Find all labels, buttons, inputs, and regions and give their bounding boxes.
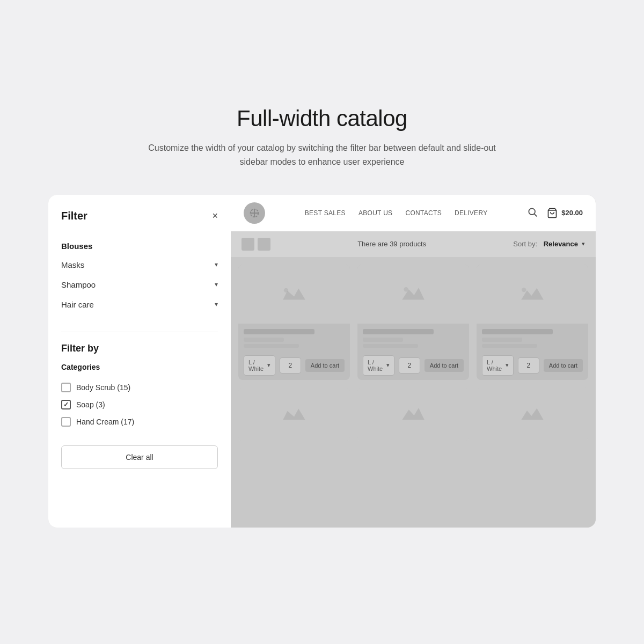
category-hand-cream[interactable]: Hand Cream (17) bbox=[61, 413, 218, 430]
product-thumbnail-icon bbox=[281, 404, 308, 425]
outer-wrapper: Full-width catalog Customize the width o… bbox=[27, 74, 617, 570]
nav-item-masks[interactable]: Masks ▾ bbox=[61, 255, 218, 275]
clear-all-button[interactable]: Clear all bbox=[61, 445, 218, 469]
product-actions: L / White ▾ 2 Add to cart bbox=[477, 351, 588, 380]
product-thumbnail-icon bbox=[519, 404, 546, 425]
add-to-cart-button[interactable]: Add to cart bbox=[544, 359, 583, 372]
list-view-icon[interactable] bbox=[258, 238, 270, 251]
sort-label: Sort by: bbox=[513, 240, 537, 248]
quantity-input[interactable]: 2 bbox=[399, 357, 420, 374]
chevron-down-icon: ▾ bbox=[215, 281, 218, 288]
product-card: L / White ▾ 2 Add to cart bbox=[477, 265, 588, 380]
catalog-area: BEST SALES ABOUT US CONTACTS DELIVERY bbox=[231, 195, 596, 528]
size-select[interactable]: L / White ▾ bbox=[244, 355, 275, 376]
product-image bbox=[238, 265, 350, 324]
sort-chevron-icon: ▾ bbox=[582, 240, 585, 247]
nav-item-shampoo[interactable]: Shampoo ▾ bbox=[61, 275, 218, 295]
chevron-down-icon: ▾ bbox=[215, 261, 218, 268]
filter-nav-section: Blouses Masks ▾ Shampoo ▾ Hair care ▾ bbox=[61, 237, 218, 314]
sort-value: Relevance bbox=[544, 240, 578, 248]
product-image bbox=[357, 265, 469, 324]
page-subtitle: Customize the width of your catalog by s… bbox=[140, 141, 504, 169]
checkbox-hand-cream[interactable] bbox=[61, 417, 71, 427]
product-name-bar bbox=[482, 329, 553, 334]
filter-header: Filter × bbox=[61, 210, 218, 222]
cart-amount: $20.00 bbox=[561, 209, 583, 217]
nav-contacts[interactable]: CONTACTS bbox=[405, 209, 442, 217]
nav-best-sales[interactable]: BEST SALES bbox=[305, 209, 346, 217]
svg-point-8 bbox=[522, 288, 526, 292]
product-info bbox=[357, 324, 469, 351]
size-value: L / White bbox=[368, 359, 386, 372]
filter-title: Filter bbox=[61, 210, 87, 222]
product-name-bar bbox=[363, 329, 434, 334]
products-grid: L / White ▾ 2 Add to cart bbox=[231, 257, 596, 387]
nav-item-haircare[interactable]: Hair care ▾ bbox=[61, 295, 218, 314]
nav-delivery[interactable]: DELIVERY bbox=[455, 209, 488, 217]
sort-control[interactable]: Sort by: Relevance ▾ bbox=[513, 240, 585, 248]
svg-point-3 bbox=[529, 208, 536, 215]
select-chevron-icon: ▾ bbox=[267, 362, 270, 369]
cart-button[interactable]: $20.00 bbox=[546, 208, 583, 218]
add-to-cart-button[interactable]: Add to cart bbox=[305, 359, 345, 372]
nav-about-us[interactable]: ABOUT US bbox=[358, 209, 393, 217]
product-sub-bar bbox=[482, 344, 537, 348]
product-info bbox=[238, 324, 350, 351]
grid-view-icon[interactable] bbox=[241, 238, 254, 251]
filter-close-button[interactable]: × bbox=[212, 211, 218, 221]
product-image-partial bbox=[238, 387, 350, 441]
size-select[interactable]: L / White ▾ bbox=[363, 355, 394, 376]
filter-by-title: Filter by bbox=[61, 343, 218, 354]
product-card: L / White ▾ 2 Add to cart bbox=[357, 265, 469, 380]
divider bbox=[61, 332, 218, 332]
quantity-input[interactable]: 2 bbox=[518, 357, 539, 374]
quantity-input[interactable]: 2 bbox=[280, 357, 301, 374]
catalog-toolbar: There are 39 products Sort by: Relevance… bbox=[231, 231, 596, 257]
nav-links: BEST SALES ABOUT US CONTACTS DELIVERY bbox=[305, 209, 488, 217]
product-sub-bar bbox=[244, 344, 299, 348]
svg-point-7 bbox=[404, 287, 408, 291]
logo-icon bbox=[248, 207, 260, 219]
size-select[interactable]: L / White ▾ bbox=[482, 355, 514, 376]
product-image bbox=[477, 265, 588, 324]
product-price-bar bbox=[363, 338, 403, 342]
chevron-down-icon: ▾ bbox=[215, 301, 218, 308]
product-card: L / White ▾ 2 Add to cart bbox=[238, 265, 350, 380]
category-label: Hand Cream (17) bbox=[76, 418, 134, 426]
svg-line-4 bbox=[535, 214, 537, 216]
product-actions: L / White ▾ 2 Add to cart bbox=[238, 351, 350, 380]
product-info bbox=[477, 324, 588, 351]
catalog-nav: BEST SALES ABOUT US CONTACTS DELIVERY bbox=[231, 195, 596, 231]
product-image-partial bbox=[357, 387, 469, 441]
category-label: Soap (3) bbox=[76, 400, 105, 409]
size-value: L / White bbox=[487, 359, 506, 372]
categories-label: Categories bbox=[61, 363, 218, 371]
checkbox-body-scrub[interactable] bbox=[61, 383, 71, 392]
category-soap[interactable]: Soap (3) bbox=[61, 396, 218, 413]
nav-item-blouses[interactable]: Blouses bbox=[61, 237, 218, 255]
checkbox-soap[interactable] bbox=[61, 400, 71, 409]
product-thumbnail-icon bbox=[281, 283, 308, 305]
select-chevron-icon: ▾ bbox=[506, 362, 509, 369]
product-thumbnail-icon bbox=[400, 404, 427, 425]
store-logo bbox=[244, 202, 265, 224]
product-card-partial bbox=[357, 387, 469, 441]
product-thumbnail-icon bbox=[400, 283, 427, 305]
search-icon[interactable] bbox=[527, 207, 538, 219]
product-sub-bar bbox=[363, 344, 418, 348]
product-thumbnail-icon bbox=[519, 283, 546, 305]
product-card-partial bbox=[238, 387, 350, 441]
products-row2 bbox=[231, 387, 596, 449]
product-image-partial bbox=[477, 387, 588, 441]
size-value: L / White bbox=[248, 359, 267, 372]
select-chevron-icon: ▾ bbox=[386, 362, 390, 369]
svg-point-6 bbox=[284, 288, 288, 292]
demo-container: Filter × Blouses Masks ▾ Shampoo ▾ Hair … bbox=[48, 195, 596, 528]
product-price-bar bbox=[482, 338, 522, 342]
view-icons bbox=[241, 238, 270, 251]
product-actions: L / White ▾ 2 Add to cart bbox=[357, 351, 469, 380]
products-count: There are 39 products bbox=[357, 240, 426, 248]
category-body-scrub[interactable]: Body Scrub (15) bbox=[61, 379, 218, 396]
add-to-cart-button[interactable]: Add to cart bbox=[425, 359, 464, 372]
product-price-bar bbox=[244, 338, 284, 342]
